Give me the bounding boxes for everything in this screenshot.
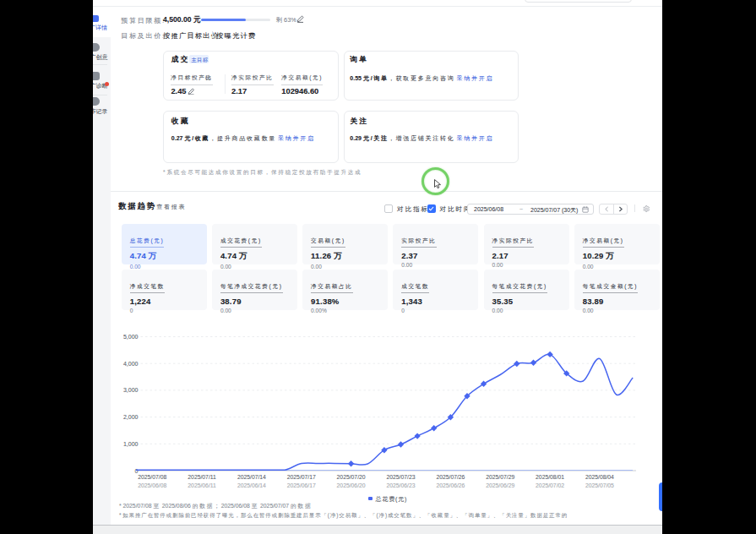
svg-text:2025/06/14: 2025/06/14 bbox=[237, 482, 266, 488]
svg-text:1,000: 1,000 bbox=[123, 441, 139, 447]
svg-text:2025/07/23: 2025/07/23 bbox=[386, 474, 415, 480]
svg-text:2025/07/26: 2025/07/26 bbox=[436, 474, 465, 480]
svg-text:2,000: 2,000 bbox=[123, 414, 139, 420]
svg-text:2025/08/04: 2025/08/04 bbox=[585, 474, 614, 480]
svg-text:3,000: 3,000 bbox=[123, 387, 139, 393]
svg-text:2025/07/17: 2025/07/17 bbox=[287, 474, 316, 480]
svg-text:2025/08/01: 2025/08/01 bbox=[536, 474, 564, 480]
svg-text:2025/06/08: 2025/06/08 bbox=[138, 482, 166, 488]
svg-text:4,000: 4,000 bbox=[123, 361, 139, 367]
svg-text:2025/06/23: 2025/06/23 bbox=[386, 482, 415, 488]
svg-text:2025/06/26: 2025/06/26 bbox=[436, 482, 465, 488]
svg-text:2025/07/29: 2025/07/29 bbox=[486, 474, 514, 480]
svg-text:2025/07/20: 2025/07/20 bbox=[337, 474, 366, 480]
svg-text:2025/07/14: 2025/07/14 bbox=[237, 474, 266, 480]
svg-text:2025/06/29: 2025/06/29 bbox=[486, 482, 514, 488]
svg-text:5,000: 5,000 bbox=[123, 334, 139, 340]
svg-text:2025/07/11: 2025/07/11 bbox=[188, 474, 216, 480]
svg-text:2025/06/20: 2025/06/20 bbox=[337, 482, 366, 488]
svg-text:2025/07/08: 2025/07/08 bbox=[138, 474, 166, 480]
svg-text:2025/07/02: 2025/07/02 bbox=[536, 482, 564, 488]
svg-text:2025/06/11: 2025/06/11 bbox=[188, 482, 216, 488]
svg-text:2025/06/17: 2025/06/17 bbox=[287, 482, 316, 488]
svg-text:2025/07/05: 2025/07/05 bbox=[585, 482, 614, 488]
